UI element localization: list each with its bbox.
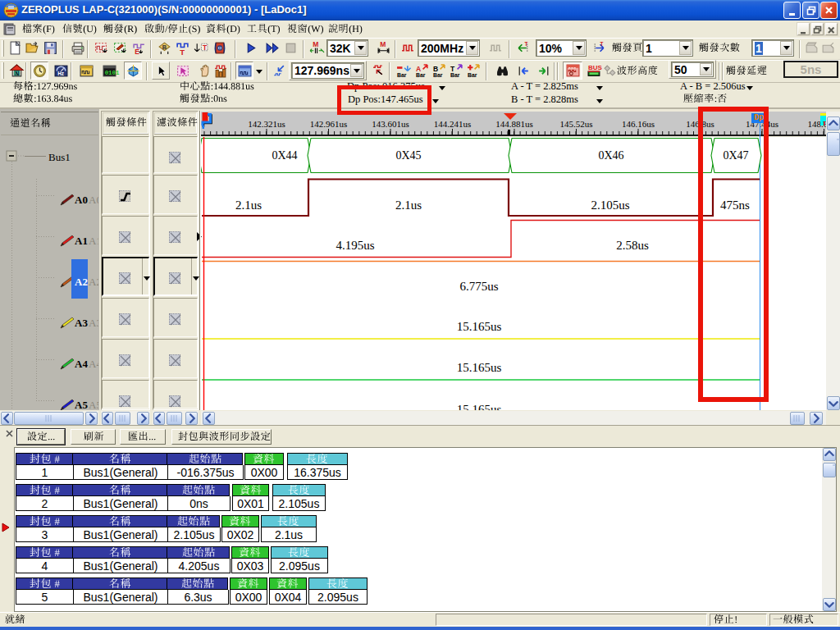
svg-text:Bar: Bar xyxy=(433,72,443,78)
svg-text:T: T xyxy=(203,43,208,52)
svg-text:M: M xyxy=(380,40,386,48)
svg-text:BUS: BUS xyxy=(588,64,602,71)
svg-text:Bar: Bar xyxy=(416,72,426,78)
svg-text:Bar: Bar xyxy=(397,72,407,78)
svg-text:E: E xyxy=(135,48,139,56)
svg-text:T: T xyxy=(180,48,185,57)
svg-text:Hz: Hz xyxy=(57,71,64,76)
svg-text:B: B xyxy=(162,43,167,51)
svg-text:Bar: Bar xyxy=(468,72,477,78)
svg-text:M: M xyxy=(313,40,318,48)
svg-text:N: N xyxy=(15,71,19,76)
svg-text:Bar: Bar xyxy=(450,72,460,78)
svg-text:T: T xyxy=(600,41,604,47)
svg-text:0101: 0101 xyxy=(105,70,120,76)
svg-text:T: T xyxy=(525,41,528,47)
